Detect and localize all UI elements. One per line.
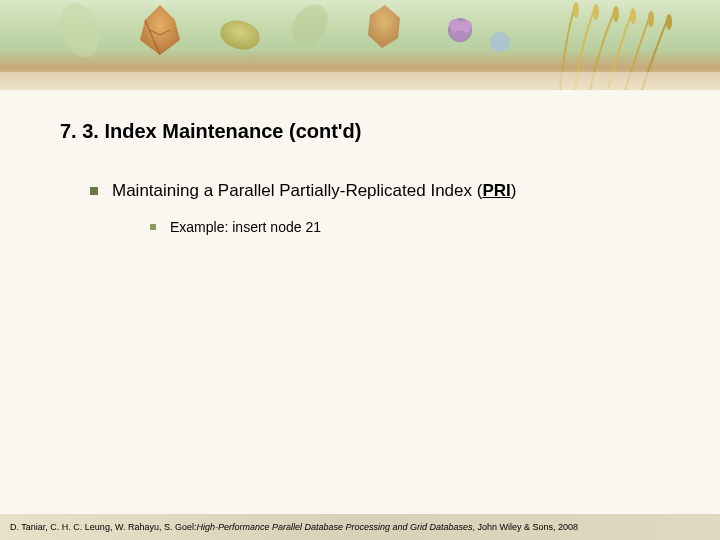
- svg-point-1: [217, 16, 263, 53]
- bullet-level-1: Maintaining a Parallel Partially-Replica…: [90, 181, 660, 201]
- square-bullet-small-icon: [150, 224, 156, 230]
- bullet1-text: Maintaining a Parallel Partially-Replica…: [112, 181, 516, 201]
- svg-point-11: [630, 8, 636, 24]
- svg-point-7: [490, 32, 510, 52]
- slide-title: 7. 3. Index Maintenance (cont'd): [60, 120, 660, 143]
- bullet-level-2: Example: insert node 21: [150, 219, 660, 235]
- svg-point-8: [573, 2, 579, 18]
- footer-publisher: , John Wiley & Sons, 2008: [473, 522, 579, 532]
- footer-authors: D. Taniar, C. H. C. Leung, W. Rahayu, S.…: [10, 522, 196, 532]
- svg-point-2: [285, 0, 335, 52]
- svg-point-5: [460, 20, 472, 32]
- slide-content: 7. 3. Index Maintenance (cont'd) Maintai…: [0, 90, 720, 235]
- footer-book-title: High-Performance Parallel Database Proce…: [196, 522, 472, 532]
- bullet1-acronym: PRI: [482, 181, 510, 200]
- decorative-banner: [0, 0, 720, 90]
- square-bullet-icon: [90, 187, 98, 195]
- svg-point-10: [613, 6, 619, 22]
- bullet1-suffix: ): [511, 181, 517, 200]
- bullet1-prefix: Maintaining a Parallel Partially-Replica…: [112, 181, 482, 200]
- svg-rect-15: [0, 72, 720, 90]
- bullet2-text: Example: insert node 21: [170, 219, 321, 235]
- svg-point-13: [666, 14, 672, 30]
- banner-svg: [0, 0, 720, 90]
- svg-point-0: [54, 0, 107, 62]
- slide-footer: D. Taniar, C. H. C. Leung, W. Rahayu, S.…: [0, 514, 720, 540]
- svg-point-6: [454, 30, 466, 42]
- svg-point-4: [449, 19, 461, 31]
- svg-point-12: [648, 11, 654, 27]
- svg-point-9: [593, 4, 599, 20]
